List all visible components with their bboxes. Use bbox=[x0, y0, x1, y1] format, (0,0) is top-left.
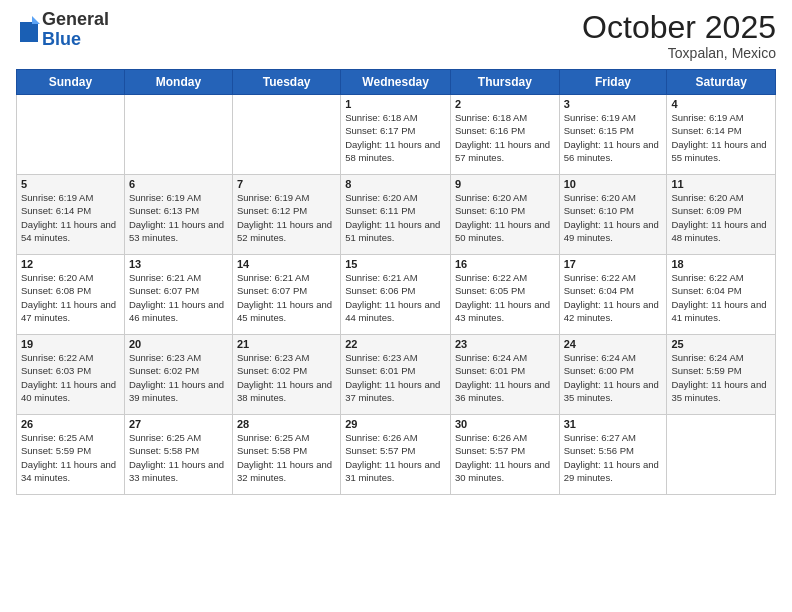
logo: General Blue bbox=[16, 10, 109, 50]
weekday-saturday: Saturday bbox=[667, 70, 776, 95]
day-number-13: 13 bbox=[129, 258, 228, 270]
day-number-16: 16 bbox=[455, 258, 555, 270]
day-cell-4-5: 31Sunrise: 6:27 AM Sunset: 5:56 PM Dayli… bbox=[559, 415, 667, 495]
day-info-4: Sunrise: 6:19 AM Sunset: 6:14 PM Dayligh… bbox=[671, 111, 771, 164]
day-info-26: Sunrise: 6:25 AM Sunset: 5:59 PM Dayligh… bbox=[21, 431, 120, 484]
day-cell-3-6: 25Sunrise: 6:24 AM Sunset: 5:59 PM Dayli… bbox=[667, 335, 776, 415]
day-info-2: Sunrise: 6:18 AM Sunset: 6:16 PM Dayligh… bbox=[455, 111, 555, 164]
day-number-25: 25 bbox=[671, 338, 771, 350]
day-cell-0-4: 2Sunrise: 6:18 AM Sunset: 6:16 PM Daylig… bbox=[450, 95, 559, 175]
day-cell-3-1: 20Sunrise: 6:23 AM Sunset: 6:02 PM Dayli… bbox=[124, 335, 232, 415]
day-number-31: 31 bbox=[564, 418, 663, 430]
day-info-25: Sunrise: 6:24 AM Sunset: 5:59 PM Dayligh… bbox=[671, 351, 771, 404]
day-cell-0-5: 3Sunrise: 6:19 AM Sunset: 6:15 PM Daylig… bbox=[559, 95, 667, 175]
day-number-21: 21 bbox=[237, 338, 336, 350]
day-cell-2-6: 18Sunrise: 6:22 AM Sunset: 6:04 PM Dayli… bbox=[667, 255, 776, 335]
day-number-3: 3 bbox=[564, 98, 663, 110]
day-number-5: 5 bbox=[21, 178, 120, 190]
day-info-29: Sunrise: 6:26 AM Sunset: 5:57 PM Dayligh… bbox=[345, 431, 446, 484]
svg-marker-2 bbox=[32, 16, 40, 24]
day-number-15: 15 bbox=[345, 258, 446, 270]
day-number-28: 28 bbox=[237, 418, 336, 430]
day-info-1: Sunrise: 6:18 AM Sunset: 6:17 PM Dayligh… bbox=[345, 111, 446, 164]
day-info-14: Sunrise: 6:21 AM Sunset: 6:07 PM Dayligh… bbox=[237, 271, 336, 324]
day-number-2: 2 bbox=[455, 98, 555, 110]
location-subtitle: Toxpalan, Mexico bbox=[582, 45, 776, 61]
day-number-10: 10 bbox=[564, 178, 663, 190]
day-info-18: Sunrise: 6:22 AM Sunset: 6:04 PM Dayligh… bbox=[671, 271, 771, 324]
day-cell-3-5: 24Sunrise: 6:24 AM Sunset: 6:00 PM Dayli… bbox=[559, 335, 667, 415]
day-number-1: 1 bbox=[345, 98, 446, 110]
weekday-header-row: Sunday Monday Tuesday Wednesday Thursday… bbox=[17, 70, 776, 95]
day-cell-1-1: 6Sunrise: 6:19 AM Sunset: 6:13 PM Daylig… bbox=[124, 175, 232, 255]
day-info-23: Sunrise: 6:24 AM Sunset: 6:01 PM Dayligh… bbox=[455, 351, 555, 404]
day-info-21: Sunrise: 6:23 AM Sunset: 6:02 PM Dayligh… bbox=[237, 351, 336, 404]
day-info-15: Sunrise: 6:21 AM Sunset: 6:06 PM Dayligh… bbox=[345, 271, 446, 324]
day-cell-3-4: 23Sunrise: 6:24 AM Sunset: 6:01 PM Dayli… bbox=[450, 335, 559, 415]
day-number-27: 27 bbox=[129, 418, 228, 430]
day-info-17: Sunrise: 6:22 AM Sunset: 6:04 PM Dayligh… bbox=[564, 271, 663, 324]
day-info-3: Sunrise: 6:19 AM Sunset: 6:15 PM Dayligh… bbox=[564, 111, 663, 164]
day-number-30: 30 bbox=[455, 418, 555, 430]
day-info-8: Sunrise: 6:20 AM Sunset: 6:11 PM Dayligh… bbox=[345, 191, 446, 244]
day-cell-2-2: 14Sunrise: 6:21 AM Sunset: 6:07 PM Dayli… bbox=[232, 255, 340, 335]
day-number-22: 22 bbox=[345, 338, 446, 350]
day-number-26: 26 bbox=[21, 418, 120, 430]
week-row-4: 26Sunrise: 6:25 AM Sunset: 5:59 PM Dayli… bbox=[17, 415, 776, 495]
weekday-wednesday: Wednesday bbox=[341, 70, 451, 95]
day-number-8: 8 bbox=[345, 178, 446, 190]
day-cell-2-3: 15Sunrise: 6:21 AM Sunset: 6:06 PM Dayli… bbox=[341, 255, 451, 335]
title-area: October 2025 Toxpalan, Mexico bbox=[582, 10, 776, 61]
day-number-24: 24 bbox=[564, 338, 663, 350]
day-cell-1-3: 8Sunrise: 6:20 AM Sunset: 6:11 PM Daylig… bbox=[341, 175, 451, 255]
day-cell-0-2 bbox=[232, 95, 340, 175]
day-cell-3-3: 22Sunrise: 6:23 AM Sunset: 6:01 PM Dayli… bbox=[341, 335, 451, 415]
week-row-3: 19Sunrise: 6:22 AM Sunset: 6:03 PM Dayli… bbox=[17, 335, 776, 415]
day-number-20: 20 bbox=[129, 338, 228, 350]
month-title: October 2025 bbox=[582, 10, 776, 45]
day-info-10: Sunrise: 6:20 AM Sunset: 6:10 PM Dayligh… bbox=[564, 191, 663, 244]
day-number-14: 14 bbox=[237, 258, 336, 270]
header: General Blue October 2025 Toxpalan, Mexi… bbox=[16, 10, 776, 61]
weekday-thursday: Thursday bbox=[450, 70, 559, 95]
day-cell-2-5: 17Sunrise: 6:22 AM Sunset: 6:04 PM Dayli… bbox=[559, 255, 667, 335]
weekday-monday: Monday bbox=[124, 70, 232, 95]
day-cell-2-0: 12Sunrise: 6:20 AM Sunset: 6:08 PM Dayli… bbox=[17, 255, 125, 335]
day-info-27: Sunrise: 6:25 AM Sunset: 5:58 PM Dayligh… bbox=[129, 431, 228, 484]
day-number-7: 7 bbox=[237, 178, 336, 190]
day-cell-4-6 bbox=[667, 415, 776, 495]
day-info-7: Sunrise: 6:19 AM Sunset: 6:12 PM Dayligh… bbox=[237, 191, 336, 244]
weekday-friday: Friday bbox=[559, 70, 667, 95]
day-cell-1-5: 10Sunrise: 6:20 AM Sunset: 6:10 PM Dayli… bbox=[559, 175, 667, 255]
weekday-sunday: Sunday bbox=[17, 70, 125, 95]
day-info-13: Sunrise: 6:21 AM Sunset: 6:07 PM Dayligh… bbox=[129, 271, 228, 324]
week-row-0: 1Sunrise: 6:18 AM Sunset: 6:17 PM Daylig… bbox=[17, 95, 776, 175]
day-cell-1-0: 5Sunrise: 6:19 AM Sunset: 6:14 PM Daylig… bbox=[17, 175, 125, 255]
day-info-30: Sunrise: 6:26 AM Sunset: 5:57 PM Dayligh… bbox=[455, 431, 555, 484]
logo-blue: Blue bbox=[42, 29, 81, 49]
day-info-11: Sunrise: 6:20 AM Sunset: 6:09 PM Dayligh… bbox=[671, 191, 771, 244]
day-cell-0-0 bbox=[17, 95, 125, 175]
day-cell-1-2: 7Sunrise: 6:19 AM Sunset: 6:12 PM Daylig… bbox=[232, 175, 340, 255]
weekday-tuesday: Tuesday bbox=[232, 70, 340, 95]
day-number-17: 17 bbox=[564, 258, 663, 270]
day-info-16: Sunrise: 6:22 AM Sunset: 6:05 PM Dayligh… bbox=[455, 271, 555, 324]
day-cell-2-4: 16Sunrise: 6:22 AM Sunset: 6:05 PM Dayli… bbox=[450, 255, 559, 335]
day-info-12: Sunrise: 6:20 AM Sunset: 6:08 PM Dayligh… bbox=[21, 271, 120, 324]
day-number-11: 11 bbox=[671, 178, 771, 190]
day-info-24: Sunrise: 6:24 AM Sunset: 6:00 PM Dayligh… bbox=[564, 351, 663, 404]
day-cell-4-4: 30Sunrise: 6:26 AM Sunset: 5:57 PM Dayli… bbox=[450, 415, 559, 495]
day-info-5: Sunrise: 6:19 AM Sunset: 6:14 PM Dayligh… bbox=[21, 191, 120, 244]
day-cell-2-1: 13Sunrise: 6:21 AM Sunset: 6:07 PM Dayli… bbox=[124, 255, 232, 335]
day-number-4: 4 bbox=[671, 98, 771, 110]
day-cell-4-1: 27Sunrise: 6:25 AM Sunset: 5:58 PM Dayli… bbox=[124, 415, 232, 495]
day-cell-1-4: 9Sunrise: 6:20 AM Sunset: 6:10 PM Daylig… bbox=[450, 175, 559, 255]
logo-icon bbox=[18, 16, 40, 44]
day-cell-4-3: 29Sunrise: 6:26 AM Sunset: 5:57 PM Dayli… bbox=[341, 415, 451, 495]
day-cell-0-1 bbox=[124, 95, 232, 175]
logo-general: General bbox=[42, 9, 109, 29]
week-row-2: 12Sunrise: 6:20 AM Sunset: 6:08 PM Dayli… bbox=[17, 255, 776, 335]
day-cell-3-2: 21Sunrise: 6:23 AM Sunset: 6:02 PM Dayli… bbox=[232, 335, 340, 415]
day-number-19: 19 bbox=[21, 338, 120, 350]
day-cell-0-3: 1Sunrise: 6:18 AM Sunset: 6:17 PM Daylig… bbox=[341, 95, 451, 175]
